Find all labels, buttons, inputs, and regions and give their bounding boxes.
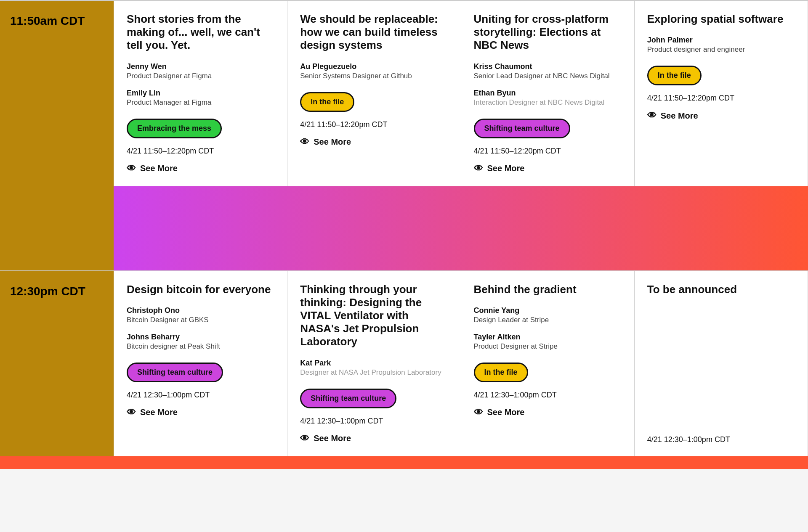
spacer-2-4 [647, 304, 795, 429]
speaker-name-2-2-0: Kat Park [300, 359, 448, 368]
tag-2-2[interactable]: Shifting team culture [300, 389, 396, 408]
time-text-1: 11:50am CDT [10, 14, 85, 28]
session-time-2-1: 4/21 12:30–1:00pm CDT [127, 391, 274, 400]
speaker-block-1-1-1: Emily Lin Product Manager at Figma [127, 86, 274, 109]
speaker-role-2-1-1: Bitcoin designer at Peak Shift [127, 342, 274, 351]
tag-2-1[interactable]: Shifting team culture [127, 363, 223, 382]
time-label-1: 11:50am CDT [0, 1, 114, 186]
see-more-1-1[interactable]: 👁 See More [127, 163, 274, 174]
tag-label-1-2: In the file [311, 98, 344, 106]
tag-label-1-4: In the file [658, 71, 691, 80]
see-more-1-2[interactable]: 👁 See More [300, 137, 448, 148]
speaker-role-1-4-0: Product designer and engineer [647, 45, 795, 54]
speaker-name-2-1-0: Christoph Ono [127, 306, 274, 315]
session-card-2-3: Behind the gradient Connie Yang Design L… [461, 271, 634, 456]
tag-label-2-3: In the file [484, 368, 518, 377]
speaker-block-2-3-0: Connie Yang Design Leader at Stripe [474, 304, 622, 326]
speaker-name-1-1-0: Jenny Wen [127, 62, 274, 71]
session-card-1-3: Uniting for cross-platform storytelling:… [461, 1, 634, 186]
speaker-role-2-2-0: Designer at NASA Jet Propulsion Laborato… [300, 368, 448, 377]
see-more-1-4[interactable]: 👁 See More [647, 110, 795, 121]
speaker-name-1-3-0: Kriss Chaumont [474, 62, 622, 71]
see-more-label-1-2: See More [314, 137, 351, 147]
see-more-label-2-2: See More [314, 434, 351, 443]
session-title-1-2: We should be replaceable: how we can bui… [300, 13, 448, 52]
speaker-name-1-4-0: John Palmer [647, 36, 795, 45]
break-row [0, 186, 808, 270]
session-card-2-2: Thinking through your thinking: Designin… [287, 271, 460, 456]
eye-icon-1-1: 👁 [127, 163, 136, 174]
session-title-1-3: Uniting for cross-platform storytelling:… [474, 13, 622, 52]
speaker-block-2-1-0: Christoph Ono Bitcoin Designer at GBKS [127, 304, 274, 326]
see-more-label-2-3: See More [487, 408, 525, 417]
speaker-block-1-2-0: Au Pleguezuelo Senior Systems Designer a… [300, 60, 448, 82]
time-label-2: 12:30pm CDT [0, 271, 114, 456]
see-more-label-1-3: See More [487, 164, 525, 173]
tag-1-4[interactable]: In the file [647, 66, 702, 85]
sessions-grid-2: Design bitcoin for everyone Christoph On… [114, 271, 808, 456]
speaker-role-1-3-0: Senior Lead Designer at NBC News Digital [474, 72, 622, 80]
schedule-container: 11:50am CDT Short stories from the makin… [0, 0, 808, 469]
session-card-2-4: To be announced 4/21 12:30–1:00pm CDT [634, 271, 808, 456]
speaker-role-2-1-0: Bitcoin Designer at GBKS [127, 316, 274, 324]
session-card-1-4: Exploring spatial software John Palmer P… [634, 1, 808, 186]
speaker-role-2-3-0: Design Leader at Stripe [474, 316, 622, 324]
session-time-2-2: 4/21 12:30–1:00pm CDT [300, 417, 448, 426]
see-more-label-1-4: See More [661, 111, 698, 121]
session-time-1-4: 4/21 11:50–12:20pm CDT [647, 94, 795, 103]
tag-1-3[interactable]: Shifting team culture [474, 119, 570, 138]
speaker-role-1-1-1: Product Manager at Figma [127, 98, 274, 107]
session-title-2-4: To be announced [647, 283, 795, 296]
sessions-grid-1: Short stories from the making of... well… [114, 1, 808, 186]
tag-label-2-1: Shifting team culture [137, 368, 213, 377]
speaker-block-1-1-0: Jenny Wen Product Designer at Figma [127, 60, 274, 82]
eye-icon-1-2: 👁 [300, 137, 309, 148]
time-row-2: 12:30pm CDT Design bitcoin for everyone … [0, 270, 808, 456]
speaker-role-1-1-0: Product Designer at Figma [127, 72, 274, 80]
see-more-2-2[interactable]: 👁 See More [300, 433, 448, 444]
speaker-role-2-3-1: Product Designer at Stripe [474, 342, 622, 351]
time-row-1: 11:50am CDT Short stories from the makin… [0, 0, 808, 186]
speaker-name-1-1-1: Emily Lin [127, 89, 274, 98]
speaker-block-1-3-1: Ethan Byun Interaction Designer at NBC N… [474, 86, 622, 109]
see-more-label-2-1: See More [140, 408, 178, 417]
eye-icon-2-1: 👁 [127, 407, 136, 418]
speaker-name-2-3-0: Connie Yang [474, 306, 622, 315]
session-time-2-4: 4/21 12:30–1:00pm CDT [647, 435, 795, 444]
tag-1-2[interactable]: In the file [300, 92, 354, 112]
see-more-label-1-1: See More [140, 164, 178, 173]
see-more-2-3[interactable]: 👁 See More [474, 407, 622, 418]
session-title-2-2: Thinking through your thinking: Designin… [300, 283, 448, 349]
bottom-bar [0, 456, 808, 469]
see-more-2-1[interactable]: 👁 See More [127, 407, 274, 418]
tag-1-1[interactable]: Embracing the mess [127, 119, 222, 138]
session-time-2-3: 4/21 12:30–1:00pm CDT [474, 391, 622, 400]
session-time-1-3: 4/21 11:50–12:20pm CDT [474, 147, 622, 156]
speaker-name-2-1-1: Johns Beharry [127, 333, 274, 341]
session-time-1-2: 4/21 11:50–12:20pm CDT [300, 120, 448, 129]
session-title-2-3: Behind the gradient [474, 283, 622, 296]
session-card-1-2: We should be replaceable: how we can bui… [287, 1, 460, 186]
eye-icon-2-3: 👁 [474, 407, 483, 418]
session-card-2-1: Design bitcoin for everyone Christoph On… [114, 271, 287, 456]
eye-icon-2-2: 👁 [300, 433, 309, 444]
speaker-name-1-3-1: Ethan Byun [474, 89, 622, 98]
speaker-block-1-4-0: John Palmer Product designer and enginee… [647, 33, 795, 56]
tag-label-1-1: Embracing the mess [137, 124, 211, 133]
speaker-block-1-3-0: Kriss Chaumont Senior Lead Designer at N… [474, 60, 622, 82]
session-title-1-1: Short stories from the making of... well… [127, 13, 274, 52]
speaker-block-2-2-0: Kat Park Designer at NASA Jet Propulsion… [300, 356, 448, 378]
session-title-2-1: Design bitcoin for everyone [127, 283, 274, 296]
tag-label-2-2: Shifting team culture [311, 394, 386, 403]
session-time-1-1: 4/21 11:50–12:20pm CDT [127, 147, 274, 156]
time-text-2: 12:30pm CDT [10, 285, 85, 298]
speaker-block-2-1-1: Johns Beharry Bitcoin designer at Peak S… [127, 330, 274, 352]
tag-2-3[interactable]: In the file [474, 363, 528, 382]
tag-label-1-3: Shifting team culture [484, 124, 560, 133]
break-time-label [0, 186, 114, 270]
eye-icon-1-3: 👁 [474, 163, 483, 174]
speaker-block-2-3-1: Tayler Aitken Product Designer at Stripe [474, 330, 622, 352]
speaker-name-2-3-1: Tayler Aitken [474, 333, 622, 341]
see-more-1-3[interactable]: 👁 See More [474, 163, 622, 174]
break-gradient [114, 186, 808, 270]
